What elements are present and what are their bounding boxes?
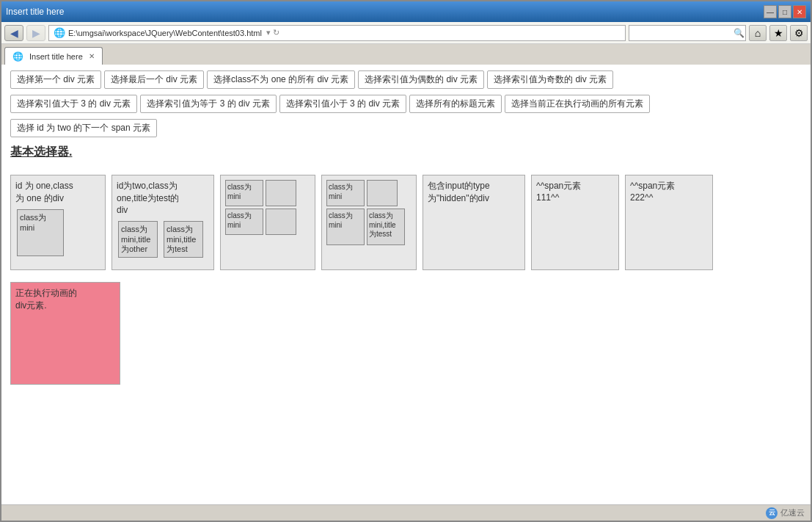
watermark: 云 亿速云 xyxy=(766,507,805,519)
watermark-text: 亿速云 xyxy=(780,507,805,518)
animated-box-label: 正在执行动画的 div元素. xyxy=(15,287,115,312)
demo-box-7-label: ^^span元素222^^ xyxy=(630,180,708,203)
btn-last-div[interactable]: 选择最后一个 div 元素 xyxy=(104,70,204,89)
tab-close-button[interactable]: ✕ xyxy=(89,52,95,60)
demo-box-4-bot-row: class为mini class为mini,title为tesst xyxy=(326,209,412,245)
watermark-icon: 云 xyxy=(766,507,778,519)
demo-box-7: ^^span元素222^^ xyxy=(625,175,713,270)
button-toolbar: 选择第一个 div 元素 选择最后一个 div 元素 选择class不为 one… xyxy=(10,70,802,89)
demo-box-2-inner-2: class为mini,title为test xyxy=(164,221,203,258)
back-button[interactable]: ◀ xyxy=(4,25,23,41)
btn-gt3-div[interactable]: 选择索引值大于 3 的 div 元素 xyxy=(10,95,137,113)
tab-bar: 🌐 Insert title here ✕ xyxy=(1,44,811,65)
demo-box-4-cell-3: class为mini xyxy=(326,209,365,245)
active-tab[interactable]: 🌐 Insert title here ✕ xyxy=(4,47,103,65)
page-content: 选择第一个 div 元素 选择最后一个 div 元素 选择class不为 one… xyxy=(1,65,811,504)
ie-tab-icon: 🌐 xyxy=(12,51,23,62)
demo-box-1-inner-label: class为mini xyxy=(20,212,46,232)
demo-box-4-top-row: class为mini xyxy=(326,180,412,206)
browser-window: Insert title here — □ ✕ ◀ ▶ 🌐 E:\umgsai\… xyxy=(0,0,812,522)
demo-box-4-cell-2 xyxy=(367,180,398,206)
nav-bar: ◀ ▶ 🌐 E:\umgsai\workspace\JQuery\WebCont… xyxy=(1,22,811,44)
demo-box-1-inner-1: class为mini xyxy=(17,209,64,256)
close-button[interactable]: ✕ xyxy=(793,5,806,18)
tools-button[interactable]: ⚙ xyxy=(790,25,808,41)
demo-box-2-label: id为two,class为one,title为test的div xyxy=(117,180,209,215)
demo-box-1-label: id 为 one,class为 one 的div xyxy=(15,180,100,205)
demo-box-6: ^^span元素111^^ xyxy=(531,175,619,270)
btn-animated[interactable]: 选择当前正在执行动画的所有元素 xyxy=(505,95,650,113)
status-bar: 云 亿速云 xyxy=(1,504,811,521)
demo-box-4: class为mini class为mini class为mini,title为t… xyxy=(321,175,417,270)
demo-box-3-top-row: class为mini xyxy=(225,180,310,206)
demo-box-5: 包含input的type为"hidden"的div xyxy=(423,175,525,270)
demo-box-2-inners: class为mini,title为other class为mini,title为… xyxy=(117,218,209,261)
btn-headings[interactable]: 选择所有的标题元素 xyxy=(409,95,502,113)
title-bar-label: Insert title here xyxy=(6,7,64,17)
btn-lt3-div[interactable]: 选择索引值小于 3 的 div 元素 xyxy=(279,95,406,113)
btn-first-div[interactable]: 选择第一个 div 元素 xyxy=(10,70,101,89)
home-button[interactable]: ⌂ xyxy=(749,25,767,41)
search-area: 🔍 xyxy=(629,25,746,41)
btn-next-span[interactable]: 选择 id 为 two 的下一个 span 元素 xyxy=(10,119,157,137)
demo-box-6-label: ^^span元素111^^ xyxy=(536,180,614,203)
demo-box-4-cell-4: class为mini,title为tesst xyxy=(367,209,405,245)
demo-box-5-label: 包含input的type为"hidden"的div xyxy=(428,180,520,205)
demo-box-3-cell-3: class为mini xyxy=(225,209,263,235)
title-bar-buttons: — □ ✕ xyxy=(764,5,806,18)
demo-box-3-bot-row: class为mini xyxy=(225,209,310,235)
demo-box-2: id为two,class为one,title为test的div class为mi… xyxy=(111,175,214,270)
animated-box: 正在执行动画的 div元素. xyxy=(10,282,120,385)
address-text: E:\umgsai\workspace\JQuery\WebContent\te… xyxy=(68,29,262,37)
demo-box-2-inner-1: class为mini,title为other xyxy=(118,221,158,258)
forward-button[interactable]: ▶ xyxy=(26,25,45,41)
search-icon[interactable]: 🔍 xyxy=(734,28,745,38)
demo-area: id 为 one,class为 one 的div class为mini id为t… xyxy=(10,175,802,270)
maximize-button[interactable]: □ xyxy=(778,5,791,18)
favorites-button[interactable]: ★ xyxy=(769,25,787,41)
title-bar: Insert title here — □ ✕ xyxy=(1,1,811,22)
page-heading: 基本选择器. xyxy=(10,145,802,160)
demo-box-3-cell-2 xyxy=(266,180,296,206)
btn-not-one-div[interactable]: 选择class不为 one 的所有 div 元素 xyxy=(207,70,355,89)
search-input[interactable] xyxy=(632,29,734,37)
address-bar: 🌐 E:\umgsai\workspace\JQuery\WebContent\… xyxy=(48,25,626,41)
demo-box-4-cell-1: class为mini xyxy=(326,180,365,206)
tab-title: Insert title here xyxy=(29,52,83,61)
demo-box-3-cell-4 xyxy=(266,209,296,235)
button-toolbar-3: 选择 id 为 two 的下一个 span 元素 xyxy=(10,119,802,137)
page-inner: 选择第一个 div 元素 选择最后一个 div 元素 选择class不为 one… xyxy=(1,65,811,391)
ie-icon: 🌐 xyxy=(54,27,65,38)
btn-odd-div[interactable]: 选择索引值为奇数的 div 元素 xyxy=(487,70,613,89)
button-toolbar-2: 选择索引值大于 3 的 div 元素 选择索引值为等于 3 的 div 元素 选… xyxy=(10,95,802,113)
btn-even-div[interactable]: 选择索引值为偶数的 div 元素 xyxy=(358,70,484,89)
demo-box-3: class为mini class为mini xyxy=(220,175,315,270)
minimize-button[interactable]: — xyxy=(764,5,777,18)
demo-box-3-cell-1: class为mini xyxy=(225,180,263,206)
demo-box-1: id 为 one,class为 one 的div class为mini xyxy=(10,175,106,270)
btn-eq3-div[interactable]: 选择索引值为等于 3 的 div 元素 xyxy=(140,95,276,113)
